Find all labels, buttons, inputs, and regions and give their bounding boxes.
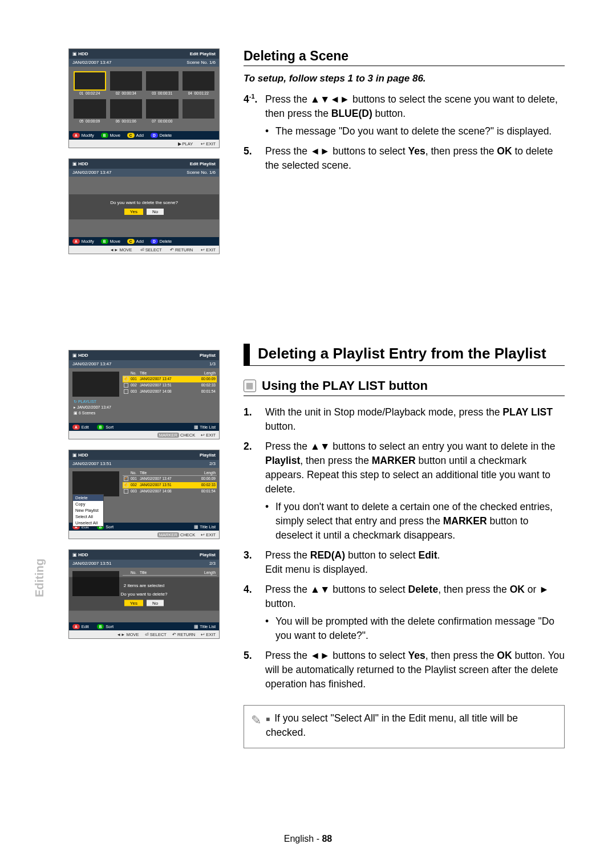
hdd-icon: ▣ <box>72 161 77 166</box>
step-4-1: 4-1. Press the ▲▼◄► buttons to select th… <box>244 92 565 138</box>
modify-label[interactable]: Modify <box>82 239 94 244</box>
ctx-item-new-playlist[interactable]: New Playlist <box>73 507 103 514</box>
scene-thumb[interactable]: 02 00:00:34 <box>110 71 143 95</box>
scene-thumb[interactable]: 03 00:00:31 <box>146 71 179 95</box>
sort-label[interactable]: Sort <box>106 524 114 529</box>
page-footer: English - 88 <box>0 834 616 844</box>
exit-hint: ↩ EXIT <box>201 532 216 537</box>
scene-thumb[interactable]: 01 00:02:24 <box>74 71 106 95</box>
return-hint: ↶ RETURN <box>172 632 195 637</box>
hdd-icon: ▣ <box>72 353 77 358</box>
panel-title: HDD <box>78 453 200 458</box>
playlist-info: ↻ PLAYLIST ▸ JAN/02/2007 13:47 ▣ 6 Scene… <box>72 399 119 416</box>
setup-note: To setup, follow steps 1 to 3 in page 86… <box>244 73 565 84</box>
table-row[interactable]: 002JAN/02/2007 13:5100:02:33 <box>123 382 217 389</box>
section-heading: Deleting a Scene <box>244 48 565 66</box>
timestamp: JAN/02/2007 13:47 <box>72 361 209 367</box>
preview-thumb <box>72 372 119 397</box>
table-header: No. Title Length <box>123 470 217 476</box>
panel-title: HDD <box>78 51 189 56</box>
playlist-panel-3: ▣ HDD Playlist JAN/02/2007 13:51 2/3 <box>68 549 220 639</box>
move-label[interactable]: Move <box>110 239 120 244</box>
timestamp: JAN/02/2007 13:47 <box>72 170 187 176</box>
step-4: 4. Press the ▲▼ buttons to select Delete… <box>244 582 565 643</box>
timestamp: JAN/02/2007 13:51 <box>72 461 209 467</box>
panel-title: HDD <box>78 552 200 557</box>
right-column: Deleting a Scene To setup, follow steps … <box>244 48 565 748</box>
titlelist-label[interactable]: Title List <box>200 624 216 629</box>
table-header: No. Title Length <box>123 370 217 376</box>
move-hint: ◄► MOVE <box>117 632 139 637</box>
remote-icon <box>244 380 256 392</box>
select-hint: ⏎ SELECT <box>140 247 162 252</box>
preview-thumb <box>72 471 119 496</box>
add-label[interactable]: Add <box>136 239 144 244</box>
sort-label[interactable]: Sort <box>106 425 114 430</box>
confirm-line1: 2 items are selected <box>72 583 216 588</box>
note-text: If you select "Select All" in the Edit m… <box>266 711 557 740</box>
edit-label[interactable]: Edit <box>82 624 89 629</box>
table-row[interactable]: 003JAN/02/2007 14:0800:01:54 <box>123 389 217 395</box>
table-row[interactable]: 003JAN/02/2007 14:0800:01:54 <box>123 488 217 495</box>
no-button[interactable]: No <box>147 209 164 215</box>
table-row[interactable]: 002JAN/02/2007 13:5100:02:33 <box>123 482 217 488</box>
page-counter: 1/3 <box>209 361 216 367</box>
note-box: ✎ If you select "Select All" in the Edit… <box>244 705 565 748</box>
side-tab: Editing <box>33 559 46 597</box>
scene-thumb[interactable]: 04 00:01:22 <box>183 71 215 95</box>
delete-label[interactable]: Delete <box>160 239 172 244</box>
move-label[interactable]: Move <box>110 133 120 138</box>
marker-hint: MARKER CHECK <box>157 433 195 438</box>
no-button[interactable]: No <box>147 600 164 606</box>
exit-hint: ↩ EXIT <box>201 247 216 252</box>
table-row[interactable]: 001JAN/02/2007 13:4700:06:09 <box>123 376 217 382</box>
hdd-icon: ▣ <box>72 51 77 56</box>
panel-mode: Playlist <box>200 453 216 458</box>
step-5: 5. Press the ◄► buttons to select Yes, t… <box>244 144 565 173</box>
sort-label[interactable]: Sort <box>106 624 114 629</box>
yes-button[interactable]: Yes <box>124 209 143 215</box>
confirm-dialog: 2 items are selected Do you want to dele… <box>69 577 219 611</box>
playlist-panel-1: ▣ HDD Playlist JAN/02/2007 13:47 1/3 ↻ P… <box>68 350 220 439</box>
yes-button[interactable]: Yes <box>124 600 143 606</box>
scene-confirm-panel: ▣ HDD Edit Playlist JAN/02/2007 13:47 Sc… <box>68 158 220 254</box>
step-1: 1. With the unit in Stop mode/Playback m… <box>244 405 565 434</box>
add-label[interactable]: Add <box>136 133 144 138</box>
panel-mode: Playlist <box>200 552 216 557</box>
section-heading-major: Deleting a Playlist Entry from the Playl… <box>244 344 565 366</box>
return-hint: ↶ RETURN <box>170 247 193 252</box>
left-column: ▣ HDD Edit Playlist JAN/02/2007 13:47 Sc… <box>68 48 220 748</box>
step-3: 3. Press the RED(A) button to select Edi… <box>244 548 565 577</box>
timestamp: JAN/02/2007 13:51 <box>72 561 209 567</box>
scene-edit-panel: ▣ HDD Edit Playlist JAN/02/2007 13:47 Sc… <box>68 48 220 148</box>
panel-title: HDD <box>78 353 200 358</box>
titlelist-label[interactable]: Title List <box>200 524 216 529</box>
step-5b: 5. Press the ◄► buttons to select Yes, t… <box>244 649 565 691</box>
subsection-heading: Using the PLAY LIST button <box>244 378 565 396</box>
exit-hint: ↩ EXIT <box>201 141 216 146</box>
delete-label[interactable]: Delete <box>160 133 172 138</box>
ctx-item-select-all[interactable]: Select All <box>73 514 103 520</box>
ctx-item-unselect-all[interactable]: Unselect All <box>73 520 103 526</box>
scene-counter: Scene No. 1/6 <box>187 170 216 176</box>
exit-hint: ↩ EXIT <box>201 632 216 637</box>
confirm-dialog: Do you want to delete the scene? Yes No <box>69 194 219 219</box>
edit-label[interactable]: Edit <box>82 425 89 430</box>
table-row[interactable]: 001JAN/02/2007 13:4700:06:09 <box>123 476 217 482</box>
scene-thumb[interactable]: 07 00:00:00 <box>146 99 179 123</box>
scene-thumb[interactable]: 06 00:01:06 <box>110 99 143 123</box>
hdd-icon: ▣ <box>72 453 77 458</box>
ctx-item-copy[interactable]: Copy <box>73 501 103 507</box>
edit-context-menu[interactable]: DeleteCopyNew PlaylistSelect AllUnselect… <box>72 494 104 527</box>
marker-hint: MARKER CHECK <box>157 532 195 537</box>
titlelist-label[interactable]: Title List <box>200 425 216 430</box>
timestamp: JAN/02/2007 13:47 <box>72 60 187 66</box>
ctx-item-delete[interactable]: Delete <box>73 495 103 501</box>
hdd-icon: ▣ <box>72 552 77 557</box>
scene-grid: 01 00:02:2402 00:00:3403 00:00:3104 00:0… <box>74 71 214 123</box>
scene-counter: Scene No. 1/6 <box>187 60 216 66</box>
modify-label[interactable]: Modify <box>82 133 94 138</box>
exit-hint: ↩ EXIT <box>201 433 216 438</box>
scene-thumb[interactable]: 05 00:00:09 <box>74 99 106 123</box>
note-icon: ✎ <box>251 711 266 740</box>
